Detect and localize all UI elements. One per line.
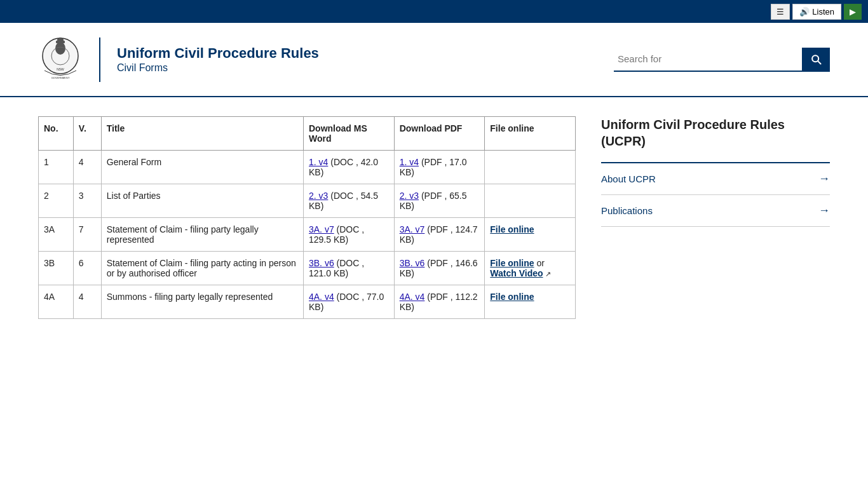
col-header-v: V. <box>73 117 101 151</box>
row-file-online: File online <box>485 285 576 319</box>
play-button[interactable]: ▶ <box>844 4 862 20</box>
row-file-online: File online or Watch Video ↗ <box>485 252 576 285</box>
row-title: Statement of Claim - filing party acting… <box>101 252 303 285</box>
sidebar-link-label: Publications <box>601 205 653 216</box>
row-title: Statement of Claim - filing party legall… <box>101 218 303 252</box>
row-title: General Form <box>101 151 303 184</box>
header-title-main: Uniform Civil Procedure Rules <box>117 45 319 62</box>
row-no: 3B <box>39 252 74 285</box>
table-row: 2 3 List of Parties 2. v3 (DOC , 54.5 KB… <box>39 184 576 218</box>
file-online-link[interactable]: File online <box>490 258 534 268</box>
arrow-right-icon: → <box>818 204 830 217</box>
row-no: 1 <box>39 151 74 184</box>
row-no: 4A <box>39 285 74 319</box>
forms-table: No. V. Title Download MS Word Download P… <box>38 116 576 319</box>
dl-word-link[interactable]: 2. v3 <box>309 191 328 201</box>
row-title: Summons - filing party legally represent… <box>101 285 303 319</box>
nsw-crest-logo: NSW GOVERNMENT <box>38 36 83 83</box>
row-dl-pdf: 4A. v4 (PDF , 112.2 KB) <box>394 285 485 319</box>
menu-button[interactable]: ☰ <box>771 4 790 20</box>
table-row: 3B 6 Statement of Claim - filing party a… <box>39 252 576 285</box>
or-text: or <box>536 258 544 268</box>
speaker-icon: 🔊 <box>799 7 810 17</box>
row-dl-pdf: 2. v3 (PDF , 65.5 KB) <box>394 184 485 218</box>
row-title: List of Parties <box>101 184 303 218</box>
dl-pdf-link[interactable]: 3B. v6 <box>400 258 425 268</box>
dl-pdf-link[interactable]: 4A. v4 <box>400 292 425 302</box>
dl-pdf-link[interactable]: 2. v3 <box>400 191 419 201</box>
search-button[interactable] <box>802 48 830 71</box>
col-header-title: Title <box>101 117 303 151</box>
row-no: 3A <box>39 218 74 252</box>
dl-word-link[interactable]: 4A. v4 <box>309 292 334 302</box>
table-row: 4A 4 Summons - filing party legally repr… <box>39 285 576 319</box>
dl-pdf-link[interactable]: 1. v4 <box>400 157 419 167</box>
listen-button[interactable]: 🔊 Listen <box>792 4 841 20</box>
file-online-link[interactable]: File online <box>490 292 534 302</box>
search-input[interactable] <box>614 48 802 71</box>
row-dl-word: 1. v4 (DOC , 42.0 KB) <box>303 151 394 184</box>
row-file-online <box>485 184 576 218</box>
file-online-link[interactable]: File online <box>490 224 534 234</box>
header-left: NSW GOVERNMENT Uniform Civil Procedure R… <box>38 36 319 83</box>
row-v: 4 <box>73 151 101 184</box>
dl-word-link[interactable]: 3A. v7 <box>309 224 334 234</box>
row-v: 4 <box>73 285 101 319</box>
col-header-file-online: File online <box>485 117 576 151</box>
sidebar-title: Uniform Civil Procedure Rules (UCPR) <box>601 116 830 149</box>
header: NSW GOVERNMENT Uniform Civil Procedure R… <box>0 23 868 97</box>
sidebar-link-label: About UCPR <box>601 173 656 184</box>
row-file-online <box>485 151 576 184</box>
search-area <box>614 48 830 72</box>
dl-pdf-link[interactable]: 3A. v7 <box>400 224 425 234</box>
main-content: No. V. Title Download MS Word Download P… <box>0 97 868 338</box>
watch-video-link[interactable]: Watch Video <box>490 268 543 278</box>
col-header-download-pdf: Download PDF <box>394 117 485 151</box>
table-row: 1 4 General Form 1. v4 (DOC , 42.0 KB) 1… <box>39 151 576 184</box>
row-v: 7 <box>73 218 101 252</box>
row-dl-word: 3B. v6 (DOC , 121.0 KB) <box>303 252 394 285</box>
dl-word-link[interactable]: 1. v4 <box>309 157 328 167</box>
arrow-right-icon: → <box>818 172 830 186</box>
col-header-no: No. <box>39 117 74 151</box>
row-dl-pdf: 3A. v7 (PDF , 124.7 KB) <box>394 218 485 252</box>
header-title-block: Uniform Civil Procedure Rules Civil Form… <box>117 45 319 73</box>
table-area: No. V. Title Download MS Word Download P… <box>38 116 576 319</box>
sidebar: Uniform Civil Procedure Rules (UCPR) Abo… <box>601 116 830 319</box>
svg-point-1 <box>55 42 65 55</box>
table-row: 3A 7 Statement of Claim - filing party l… <box>39 218 576 252</box>
external-link-icon: ↗ <box>545 270 551 278</box>
listen-label: Listen <box>812 7 834 17</box>
sidebar-item-publications[interactable]: Publications → <box>601 195 830 227</box>
row-dl-word: 3A. v7 (DOC , 129.5 KB) <box>303 218 394 252</box>
row-dl-pdf: 1. v4 (PDF , 17.0 KB) <box>394 151 485 184</box>
svg-rect-8 <box>59 37 62 41</box>
sidebar-item-about-ucpr[interactable]: About UCPR → <box>601 163 830 195</box>
search-icon <box>810 53 822 65</box>
accessibility-controls: ☰ 🔊 Listen ▶ <box>771 4 862 20</box>
svg-text:NSW: NSW <box>57 67 64 71</box>
svg-text:GOVERNMENT: GOVERNMENT <box>51 76 70 79</box>
row-dl-word: 2. v3 (DOC , 54.5 KB) <box>303 184 394 218</box>
row-v: 3 <box>73 184 101 218</box>
header-title-sub: Civil Forms <box>117 62 319 74</box>
row-file-online: File online <box>485 218 576 252</box>
play-icon: ▶ <box>850 7 856 17</box>
col-header-download-word: Download MS Word <box>303 117 394 151</box>
dl-word-link[interactable]: 3B. v6 <box>309 258 334 268</box>
row-v: 6 <box>73 252 101 285</box>
header-divider <box>99 37 100 82</box>
row-dl-word: 4A. v4 (DOC , 77.0 KB) <box>303 285 394 319</box>
menu-icon: ☰ <box>776 7 784 17</box>
top-bar: ☰ 🔊 Listen ▶ <box>0 0 868 23</box>
row-dl-pdf: 3B. v6 (PDF , 146.6 KB) <box>394 252 485 285</box>
row-no: 2 <box>39 184 74 218</box>
